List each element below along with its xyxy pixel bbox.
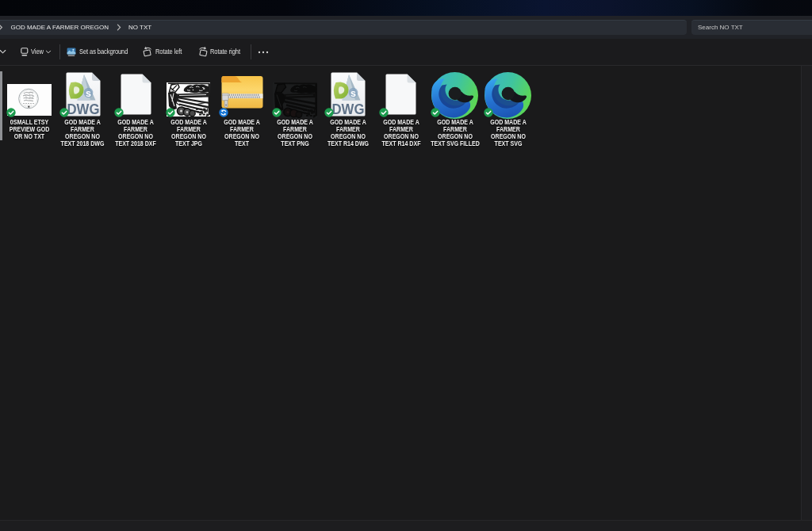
svg-text:DWG: DWG bbox=[67, 101, 100, 117]
svg-text:DWG: DWG bbox=[332, 101, 365, 117]
svg-text:s: s bbox=[350, 88, 356, 99]
svg-text:s: s bbox=[86, 88, 91, 99]
